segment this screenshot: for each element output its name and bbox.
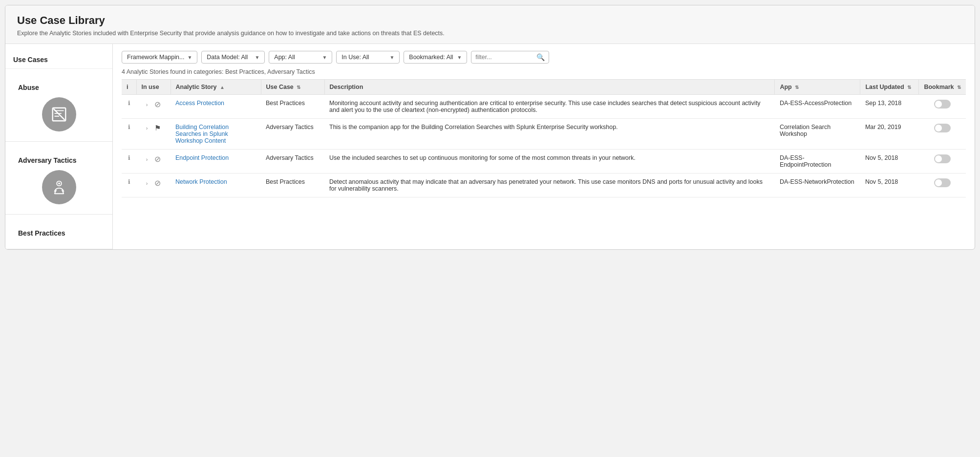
info-icon: ℹ [128, 154, 130, 161]
main-area: Framework Mappin... ▼ Data Model: All ▼ … [113, 44, 975, 249]
story-name-cell[interactable]: Network Protection [170, 174, 261, 197]
filter-input[interactable] [475, 54, 534, 61]
description-cell: Use the included searches to set up cont… [324, 150, 775, 174]
th-bookmark[interactable]: Bookmark ⇅ [919, 80, 966, 95]
th-inuse[interactable]: In use [136, 80, 170, 95]
filter-input-wrap[interactable]: 🔍 [471, 51, 549, 64]
app-cell: DA-ESS-EndpointProtection [775, 150, 860, 174]
sort-icon: ⇅ [297, 85, 300, 90]
inuse-circle-icon: ⊘ [154, 154, 161, 164]
table-row: ℹ›⚑Building Correlation Searches in Splu… [122, 119, 966, 150]
bookmark-toggle[interactable] [934, 178, 951, 187]
info-cell: ℹ [122, 95, 136, 119]
inuse-circle-icon: ⊘ [154, 100, 161, 109]
sidebar-item-abuse[interactable]: Abuse [5, 69, 112, 142]
sidebar-cat-abuse-label: Abuse [10, 77, 47, 95]
table-row: ℹ›⊘Access ProtectionBest PracticesMonito… [122, 95, 966, 119]
app-cell: DA-ESS-AccessProtection [775, 95, 860, 119]
story-link[interactable]: Building Correlation Searches in Splunk … [175, 124, 229, 144]
info-icon: ℹ [128, 100, 130, 107]
description-cell: Monitoring account activity and securing… [324, 95, 775, 119]
bookmark-cell[interactable] [919, 174, 966, 197]
data-table: i In use Analytic Story ▲ Use Case ⇅ [122, 79, 966, 197]
expand-inuse-cell[interactable]: ›⚑ [136, 119, 170, 150]
data-model-dropdown[interactable]: Data Model: All ▼ [201, 51, 265, 64]
sidebar: Use Cases Abuse Adversary Tactics [5, 44, 113, 249]
usecase-cell: Adversary Tactics [261, 119, 324, 150]
search-icon: 🔍 [536, 53, 545, 61]
chevron-down-icon: ▼ [322, 55, 327, 60]
story-name-cell[interactable]: Access Protection [170, 95, 261, 119]
sidebar-heading: Use Cases [5, 49, 112, 69]
info-cell: ℹ [122, 174, 136, 197]
th-lastupdated[interactable]: Last Updated ⇅ [860, 80, 919, 95]
expand-arrow[interactable]: › [146, 180, 148, 186]
th-app[interactable]: App ⇅ [775, 80, 860, 95]
last-updated-cell: Sep 13, 2018 [860, 95, 919, 119]
table-row: ℹ›⊘Network ProtectionBest PracticesDetec… [122, 174, 966, 197]
bookmarked-dropdown[interactable]: Bookmarked: All ▼ [404, 51, 467, 64]
expand-inuse-cell[interactable]: ›⊘ [136, 174, 170, 197]
expand-inuse-cell[interactable]: ›⊘ [136, 95, 170, 119]
info-icon: ℹ [128, 178, 130, 185]
description-cell: Detect anomalous activity that may indic… [324, 174, 775, 197]
sort-icon: ⇅ [957, 85, 961, 90]
content-area: Use Cases Abuse Adversary Tactics [5, 44, 975, 249]
result-info: 4 Analytic Stories found in categories: … [122, 68, 966, 75]
sidebar-cat-adversary-label: Adversary Tactics [10, 150, 85, 168]
page-title: Use Case Library [17, 14, 963, 27]
story-link[interactable]: Network Protection [175, 178, 227, 185]
sidebar-item-best-practices[interactable]: Best Practices [5, 215, 112, 249]
story-link[interactable]: Endpoint Protection [175, 154, 229, 161]
info-cell: ℹ [122, 119, 136, 150]
bookmark-toggle[interactable] [934, 124, 951, 132]
sort-icon: ⇅ [907, 85, 911, 90]
table-header-row: i In use Analytic Story ▲ Use Case ⇅ [122, 80, 966, 95]
chevron-down-icon: ▼ [255, 55, 259, 60]
chevron-down-icon: ▼ [457, 55, 462, 60]
story-link[interactable]: Access Protection [175, 100, 224, 107]
table-row: ℹ›⊘Endpoint ProtectionAdversary TacticsU… [122, 150, 966, 174]
chevron-down-icon: ▼ [389, 55, 394, 60]
sidebar-cat-best-practices-label: Best Practices [10, 222, 73, 241]
bookmark-cell[interactable] [919, 150, 966, 174]
expand-arrow[interactable]: › [146, 102, 148, 108]
description-cell: This is the companion app for the Buildi… [324, 119, 775, 150]
th-description: Description [324, 80, 775, 95]
sidebar-item-adversary[interactable]: Adversary Tactics [5, 142, 112, 215]
inuse-dropdown[interactable]: In Use: All ▼ [336, 51, 400, 64]
sort-icon: ⇅ [795, 85, 799, 90]
app-dropdown[interactable]: App: All ▼ [269, 51, 332, 64]
last-updated-cell: Nov 5, 2018 [860, 150, 919, 174]
framework-mapping-dropdown[interactable]: Framework Mappin... ▼ [122, 51, 197, 64]
svg-point-9 [58, 183, 60, 185]
expand-arrow[interactable]: › [146, 125, 148, 131]
bookmark-cell[interactable] [919, 95, 966, 119]
inuse-flag-icon: ⚑ [154, 124, 161, 132]
usecase-cell: Adversary Tactics [261, 150, 324, 174]
usecase-cell: Best Practices [261, 174, 324, 197]
expand-inuse-cell[interactable]: ›⊘ [136, 150, 170, 174]
expand-arrow[interactable]: › [146, 156, 148, 162]
bookmark-toggle[interactable] [934, 100, 951, 109]
story-name-cell[interactable]: Building Correlation Searches in Splunk … [170, 119, 261, 150]
th-story[interactable]: Analytic Story ▲ [170, 80, 261, 95]
last-updated-cell: Nov 5, 2018 [860, 174, 919, 197]
bookmark-cell[interactable] [919, 119, 966, 150]
adversary-icon [42, 170, 76, 204]
th-info: i [122, 80, 136, 95]
page-subtitle: Explore the Analytic Stories included wi… [17, 30, 963, 37]
bookmark-toggle[interactable] [934, 154, 951, 163]
story-name-cell[interactable]: Endpoint Protection [170, 150, 261, 174]
toolbar: Framework Mappin... ▼ Data Model: All ▼ … [122, 51, 966, 64]
chevron-down-icon: ▼ [187, 55, 192, 60]
info-icon: ℹ [128, 124, 130, 131]
info-cell: ℹ [122, 150, 136, 174]
last-updated-cell: Mar 20, 2019 [860, 119, 919, 150]
abuse-icon [42, 97, 76, 131]
app-cell: DA-ESS-NetworkProtection [775, 174, 860, 197]
th-usecase[interactable]: Use Case ⇅ [261, 80, 324, 95]
inuse-circle-icon: ⊘ [154, 178, 161, 188]
sort-asc-icon: ▲ [220, 85, 225, 90]
usecase-cell: Best Practices [261, 95, 324, 119]
